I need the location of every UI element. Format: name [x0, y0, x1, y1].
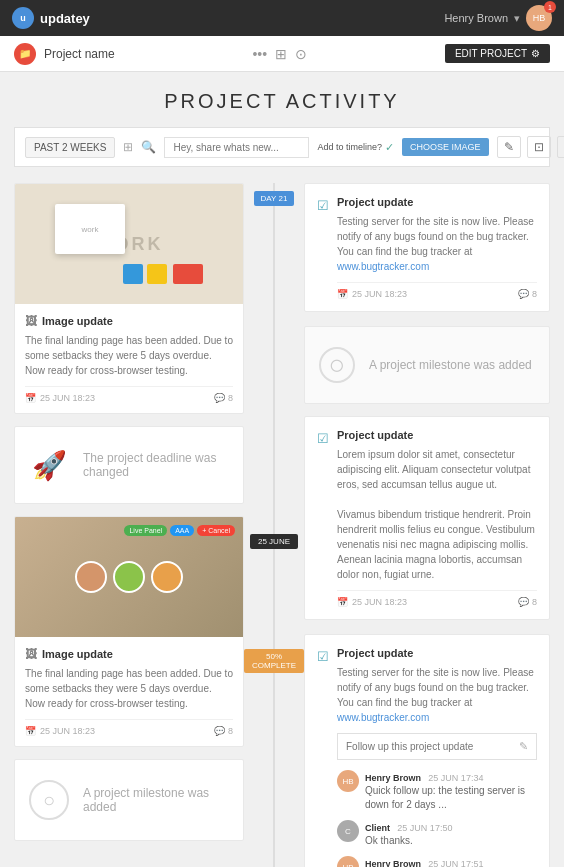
edit-comment-icon[interactable]: ✎ — [511, 734, 536, 759]
project-icon — [14, 43, 36, 65]
timeline-line — [273, 183, 275, 867]
user-name: Henry Brown — [444, 12, 508, 24]
update-card-1: ☑ Project update Testing server for the … — [304, 183, 550, 312]
card-body-1: 🖼 Image update The final landing page ha… — [15, 304, 243, 413]
card-footer-1: 📅 25 JUN 18:23 💬 8 — [25, 386, 233, 403]
link-icon[interactable]: ⎘ — [557, 136, 565, 158]
update-comments-3: 💬 8 — [518, 597, 537, 607]
card-image-1: work — [15, 184, 243, 304]
milestone-right: ○ A project milestone was added — [304, 326, 550, 404]
checkmark-icon-1: ☑ — [317, 198, 329, 299]
card-date-1: 📅 25 JUN 18:23 — [25, 393, 95, 403]
settings-icon[interactable]: ⊙ — [295, 46, 307, 62]
image-icon[interactable]: ⊡ — [527, 136, 551, 158]
june-badge: 25 JUNE — [250, 534, 298, 549]
card-text-2: The final landing page has been added. D… — [25, 666, 233, 711]
page-title: PROJECT ACTIVITY — [0, 72, 564, 127]
calendar-icon-5: 📅 — [337, 597, 348, 607]
complete-badge: 50% COMPLETE — [244, 649, 304, 673]
grid-icon[interactable]: ⊞ — [275, 46, 287, 62]
june-badge-container: 25 JUNE — [250, 534, 298, 549]
comment-input-row: ✎ — [337, 733, 537, 760]
edit-icon[interactable]: ✎ — [497, 136, 521, 158]
grid-toggle-icon[interactable]: ⊞ — [123, 140, 133, 154]
edit-project-button[interactable]: EDIT PROJECT ⚙ — [445, 44, 550, 63]
right-column: ☑ Project update Testing server for the … — [304, 183, 550, 867]
card-title-1: 🖼 Image update — [25, 314, 233, 328]
update-text-1: Testing server for the site is now live.… — [337, 214, 537, 274]
comment-1: HB Henry Brown 25 JUN 17:34 Quick follow… — [337, 770, 537, 812]
project-name: Project name — [44, 47, 115, 61]
more-icon[interactable]: ••• — [252, 46, 267, 62]
chevron-down-icon: ▾ — [514, 12, 520, 25]
card-title-2: 🖼 Image update — [25, 647, 233, 661]
update-footer-3: 📅 25 JUN 18:23 💬 8 — [337, 590, 537, 607]
day-badge: DAY 21 — [254, 191, 295, 206]
left-column: work 🖼 Image update The final landing pa… — [14, 183, 244, 867]
card-body-2: 🖼 Image update The final landing page ha… — [15, 637, 243, 746]
update-comments-1: 💬 8 — [518, 289, 537, 299]
milestone-left: ○ A project milestone was added — [14, 759, 244, 841]
choose-image-button[interactable]: CHOOSE IMAGE — [402, 138, 489, 156]
update-text-3: Lorem ipsum dolor sit amet, consectetur … — [337, 447, 537, 582]
complete-badge-container: 50% COMPLETE — [244, 649, 304, 673]
rocket-icon: 🚀 — [29, 445, 69, 485]
update-link-1[interactable]: www.bugtracker.com — [337, 261, 429, 272]
card-text-1: The final landing page has been added. D… — [25, 333, 233, 378]
update-footer-1: 📅 25 JUN 18:23 💬 8 — [337, 282, 537, 299]
top-navigation: u updatey Henry Brown ▾ HB 1 — [0, 0, 564, 36]
comment-body-3: Henry Brown 25 JUN 17:51 Back online :) — [365, 856, 537, 867]
checkmark-icon-3: ☑ — [317, 431, 329, 607]
card-image-update-2: Live Panel AAA + Cancel 🖼 Image update T… — [14, 516, 244, 747]
card-date-2: 📅 25 JUN 18:23 — [25, 726, 95, 736]
check-icon: ✓ — [385, 141, 394, 154]
comments-list: HB Henry Brown 25 JUN 17:34 Quick follow… — [337, 770, 537, 867]
card-image-2: Live Panel AAA + Cancel — [15, 517, 243, 637]
comment-2: C Client 25 JUN 17:50 Ok thanks. — [337, 820, 537, 848]
card-comments-1: 💬 8 — [214, 393, 233, 403]
update-card-3: ☑ Project update Lorem ipsum dolor sit a… — [304, 416, 550, 620]
filter-button[interactable]: PAST 2 WEEKS — [25, 137, 115, 158]
timeline-label: Add to timeline? — [317, 142, 382, 152]
add-timeline: Add to timeline? ✓ — [317, 141, 394, 154]
deadline-text: The project deadline was changed — [83, 451, 229, 479]
activity-bar: PAST 2 WEEKS ⊞ 🔍 Add to timeline? ✓ CHOO… — [14, 127, 550, 167]
update-title-4: Project update — [337, 647, 537, 659]
project-info: Project name — [14, 43, 115, 65]
comment-avatar-1: HB — [337, 770, 359, 792]
comment-icon-3: 💬 — [518, 289, 529, 299]
calendar-icon-3: 📅 — [337, 289, 348, 299]
logo[interactable]: u updatey — [12, 7, 90, 29]
update-text-4: Testing server for the site is now live.… — [337, 665, 537, 725]
comment-icon-5: 💬 — [518, 597, 529, 607]
logo-text: updatey — [40, 11, 90, 26]
timeline-container: work 🖼 Image update The final landing pa… — [0, 183, 564, 867]
update-date-1: 📅 25 JUN 18:23 — [337, 289, 407, 299]
image-icon-2: 🖼 — [25, 647, 37, 661]
milestone-text: A project milestone was added — [83, 786, 229, 814]
gear-icon: ⚙ — [531, 48, 540, 59]
card-footer-2: 📅 25 JUN 18:23 💬 8 — [25, 719, 233, 736]
project-icons: ••• ⊞ ⊙ — [252, 46, 307, 62]
user-menu[interactable]: Henry Brown ▾ HB 1 — [444, 5, 552, 31]
logo-icon: u — [12, 7, 34, 29]
milestone-icon-right: ○ — [319, 347, 355, 383]
calendar-icon: 📅 — [25, 393, 36, 403]
comment-avatar-3: HB — [337, 856, 359, 867]
comment-icon: 💬 — [214, 393, 225, 403]
comment-input[interactable] — [338, 735, 511, 758]
image-icon: 🖼 — [25, 314, 37, 328]
search-icon: 🔍 — [141, 140, 156, 154]
action-icons: ✎ ⊡ ⎘ — [497, 136, 565, 158]
calendar-icon-2: 📅 — [25, 726, 36, 736]
card-image-update-1: work 🖼 Image update The final landing pa… — [14, 183, 244, 414]
avatar[interactable]: HB 1 — [526, 5, 552, 31]
share-input[interactable] — [164, 137, 309, 158]
comment-icon-2: 💬 — [214, 726, 225, 736]
milestone-text-right: A project milestone was added — [369, 358, 532, 372]
comment-3: HB Henry Brown 25 JUN 17:51 Back online … — [337, 856, 537, 867]
day-badge-container: DAY 21 — [254, 191, 295, 206]
update-title-3: Project update — [337, 429, 537, 441]
update-link-4[interactable]: www.bugtracker.com — [337, 712, 429, 723]
card-comments-2: 💬 8 — [214, 726, 233, 736]
